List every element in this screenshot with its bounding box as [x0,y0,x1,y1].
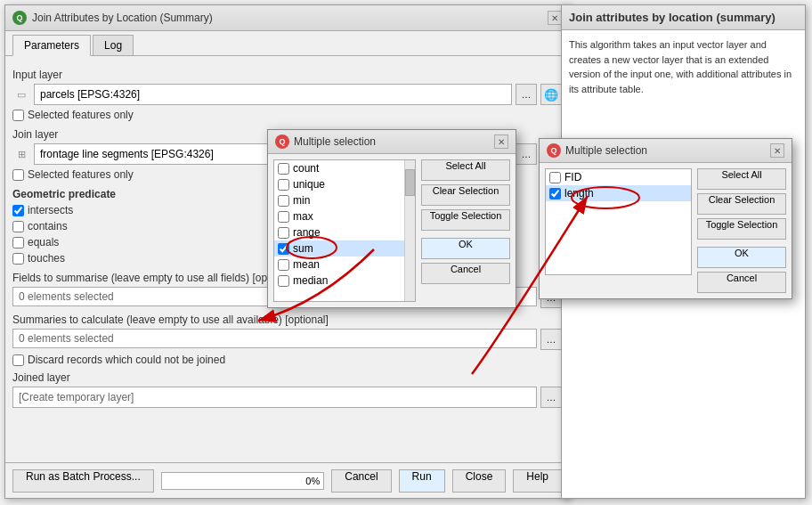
scroll-indicator[interactable] [404,160,415,301]
joined-layer-btn[interactable]: … [540,387,562,408]
max-checkbox[interactable] [278,211,289,223]
touches-label: touches [28,252,65,265]
discard-records-row: Discard records which could not be joine… [12,354,562,366]
dialog2-titlebar: Q Multiple selection ✕ [540,139,792,163]
right-panel-description: This algorithm takes an input vector lay… [569,37,798,96]
list-item[interactable]: max [274,208,415,224]
list-item[interactable]: length [546,185,691,201]
list-item[interactable]: FID [546,169,691,185]
summaries-value: 0 elements selected [12,329,537,348]
input-selected-features-label: Selected features only [28,109,134,121]
dialog2-body: FID length Select All Clear Selection To… [540,163,792,298]
unique-checkbox[interactable] [278,179,289,191]
sum-checkbox[interactable] [278,243,289,255]
dialog1-close-button[interactable]: ✕ [494,134,508,149]
dialog1-title: Multiple selection [294,135,376,148]
input-selected-features-row: Selected features only [12,109,562,121]
join-selected-features-label: Selected features only [28,168,134,181]
summaries-row: 0 elements selected … [12,329,562,350]
equals-checkbox[interactable] [12,237,24,248]
list-item[interactable]: mean [274,257,415,273]
discard-records-label: Discard records which could not be joine… [28,354,225,366]
qgis-icon: Q [12,11,27,25]
dialog1: Q Multiple selection ✕ count unique min … [267,129,516,308]
summaries-label: Summaries to calculate (leave empty to u… [12,314,562,326]
list-item[interactable]: sum [274,240,415,257]
input-layer-input[interactable] [34,84,512,105]
bottom-bar: Run as Batch Process... 0% Cancel Run Cl… [5,462,569,498]
min-checkbox[interactable] [278,195,289,207]
right-panel-header: Join attributes by location (summary) [562,5,805,30]
length-checkbox[interactable] [549,188,561,200]
list-item[interactable]: min [274,192,415,208]
list-item[interactable]: count [274,160,415,176]
intersects-checkbox[interactable] [12,205,24,216]
dialog1-qgis-icon: Q [275,134,289,149]
count-checkbox[interactable] [278,163,289,175]
list-item[interactable]: median [274,273,415,289]
main-titlebar: Q Join Attributes by Location (Summary) … [5,5,569,31]
progress-label: 0% [305,476,320,486]
contains-label: contains [28,220,68,232]
range-checkbox[interactable] [278,227,289,239]
batch-process-button[interactable]: Run as Batch Process... [12,469,154,493]
join-layer-ellipsis-btn[interactable]: … [516,143,537,165]
dialog2-select-all-button[interactable]: Select All [697,168,786,190]
input-layer-earth-btn[interactable]: 🌐 [540,84,562,105]
scroll-thumb[interactable] [405,169,415,196]
close-button[interactable]: Close [452,469,507,493]
dialog2-title: Multiple selection [565,144,647,157]
dialog2-toggle-selection-button[interactable]: Toggle Selection [697,218,786,240]
main-close-button[interactable]: ✕ [548,11,562,25]
discard-records-checkbox[interactable] [12,354,24,366]
dialog2-buttons: Select All Clear Selection Toggle Select… [697,168,786,293]
joined-layer-label: Joined layer [12,371,562,384]
joined-layer-row: … [12,387,562,408]
equals-label: equals [28,236,59,248]
summaries-btn[interactable]: … [540,329,562,350]
join-selected-features-checkbox[interactable] [12,169,24,181]
dialog1-body: count unique min max range sum mean medi… [268,154,516,307]
dialog2: Q Multiple selection ✕ FID length Select… [539,138,792,299]
dialog1-clear-selection-button[interactable]: Clear Selection [421,184,510,206]
input-layer-ellipsis-btn[interactable]: … [516,84,537,105]
intersects-label: intersects [28,204,73,216]
list-item[interactable]: range [274,224,415,240]
tab-parameters[interactable]: Parameters [12,35,91,56]
dialog2-close-button[interactable]: ✕ [770,143,784,158]
dialog1-buttons: Select All Clear Selection Toggle Select… [421,159,510,302]
help-button[interactable]: Help [513,469,562,493]
dialog1-toggle-selection-button[interactable]: Toggle Selection [421,209,510,231]
tab-log[interactable]: Log [93,35,134,55]
dialog1-titlebar: Q Multiple selection ✕ [268,130,516,154]
input-selected-features-checkbox[interactable] [12,110,24,121]
joined-layer-input[interactable] [12,387,537,408]
dialog1-ok-button[interactable]: OK [421,238,510,259]
median-checkbox[interactable] [278,275,289,287]
dialog1-list: count unique min max range sum mean medi… [273,159,416,302]
dialog2-list: FID length [545,168,692,275]
dialog1-select-all-button[interactable]: Select All [421,159,510,181]
list-item[interactable]: unique [274,176,415,192]
contains-checkbox[interactable] [12,221,24,232]
progress-bar: 0% [161,472,325,490]
main-window-title: Join Attributes by Location (Summary) [32,12,213,24]
dialog2-ok-button[interactable]: OK [697,247,786,268]
right-panel-title: Join attributes by location (summary) [569,11,798,24]
input-layer-row: ▭ … 🌐 [12,84,562,105]
title-left: Q Join Attributes by Location (Summary) [12,11,213,25]
mean-checkbox[interactable] [278,259,289,271]
join-icon: ⊞ [12,145,30,163]
run-button[interactable]: Run [399,469,445,493]
tabs-bar: Parameters Log [5,31,569,56]
dialog2-qgis-icon: Q [547,143,561,158]
dialog1-cancel-button[interactable]: Cancel [421,263,510,284]
touches-checkbox[interactable] [12,253,24,265]
cancel-progress-button[interactable]: Cancel [331,469,391,493]
dialog2-cancel-button[interactable]: Cancel [697,272,786,293]
dialog2-clear-selection-button[interactable]: Clear Selection [697,193,786,215]
fid-checkbox[interactable] [549,172,561,183]
parcel-icon: ▭ [12,86,30,103]
right-panel-content: This algorithm takes an input vector lay… [562,30,805,103]
dialog1-title-left: Q Multiple selection [275,134,376,149]
